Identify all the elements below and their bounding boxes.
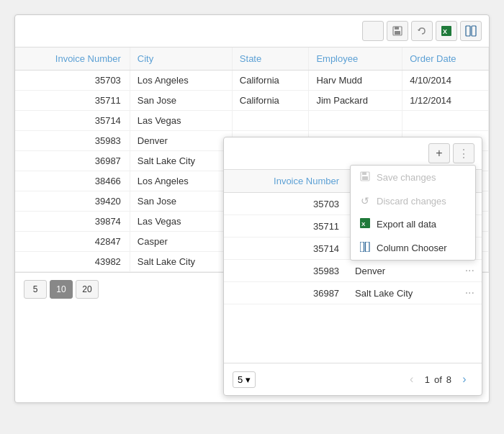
svg-rect-9 <box>362 176 368 180</box>
save-button[interactable] <box>387 21 408 41</box>
svg-text:X: X <box>361 221 366 227</box>
overlay-cell-invoice: 35983 <box>224 260 348 282</box>
overlay-col-invoice: Invoice Number <box>224 170 348 193</box>
menu-export-label: Export all data <box>377 219 436 230</box>
menu-save-label: Save changes <box>377 172 436 183</box>
cell-invoice: 42847 <box>15 232 130 252</box>
svg-rect-6 <box>472 26 476 36</box>
undo-icon: ↺ <box>359 195 371 207</box>
menu-column-label: Column Chooser <box>377 243 447 253</box>
cell-city: San Jose <box>130 91 232 111</box>
cell-invoice: 39420 <box>15 191 130 212</box>
overlay-table-row: 35983 Denver ··· <box>224 260 482 282</box>
table-row: 35711 San Jose California Jim Packard 1/… <box>15 91 489 111</box>
cell-invoice: 35703 <box>15 71 130 91</box>
cell-invoice: 39874 <box>15 212 130 232</box>
undo-button[interactable] <box>411 21 433 41</box>
col-city: City <box>130 48 232 71</box>
overlay-cell-dots[interactable]: ··· <box>458 282 482 304</box>
page-size-20[interactable]: 20 <box>76 280 99 299</box>
cell-state: California <box>232 91 309 111</box>
overlay-more-button[interactable]: ⋮ <box>453 143 474 163</box>
add-button[interactable] <box>362 21 384 41</box>
cell-city: Salt Lake City <box>130 252 232 272</box>
context-menu: Save changes ↺ Discard changes X Export … <box>350 165 476 261</box>
overlay-cell-city: Salt Lake City <box>348 282 458 304</box>
cell-invoice: 35983 <box>15 131 130 151</box>
main-toolbar: X <box>15 15 489 48</box>
cell-invoice: 43982 <box>15 252 130 272</box>
save-icon <box>359 171 371 184</box>
cell-invoice: 36987 <box>15 151 130 171</box>
overlay-cell-invoice: 35703 <box>224 193 348 215</box>
overlay-cell-dots[interactable]: ··· <box>458 260 482 282</box>
total-pages: 8 <box>446 374 451 385</box>
overlay-pagination: 5 ▾ ‹ 1 of 8 › <box>224 363 482 395</box>
cell-invoice: 35711 <box>15 91 130 111</box>
cell-state: California <box>232 71 309 91</box>
table-row: 35714 Las Vegas <box>15 111 489 131</box>
cell-city: Las Vegas <box>130 212 232 232</box>
svg-rect-12 <box>360 242 364 252</box>
cell-date <box>402 111 489 131</box>
column-chooser-button[interactable] <box>460 21 482 41</box>
col-invoice-number: Invoice Number <box>15 48 130 71</box>
cell-city: Las Vegas <box>130 111 232 131</box>
excel-icon: X <box>359 218 371 230</box>
overlay-cell-invoice: 36987 <box>224 282 348 304</box>
cell-city: Casper <box>130 232 232 252</box>
menu-export-all[interactable]: X Export all data <box>351 212 475 236</box>
menu-save-changes[interactable]: Save changes <box>351 166 475 189</box>
prev-page-button[interactable]: ‹ <box>403 371 420 388</box>
menu-discard-label: Discard changes <box>377 196 446 207</box>
col-order-date: Order Date <box>402 48 489 71</box>
cell-employee: Jim Packard <box>309 91 402 111</box>
svg-rect-13 <box>366 242 370 252</box>
overlay-table-row: 36987 Salt Lake City ··· <box>224 282 482 304</box>
cell-city: Denver <box>130 131 232 151</box>
next-page-button[interactable]: › <box>456 371 473 388</box>
svg-rect-8 <box>362 172 366 175</box>
cell-employee <box>309 111 402 131</box>
cell-city: Los Angeles <box>130 71 232 91</box>
svg-text:X: X <box>443 28 447 35</box>
menu-discard-changes[interactable]: ↺ Discard changes <box>351 189 475 212</box>
svg-rect-2 <box>395 31 400 35</box>
overlay-cell-invoice: 35714 <box>224 238 348 260</box>
overlay-size-value: 5 <box>238 374 243 385</box>
svg-rect-1 <box>395 27 399 30</box>
overlay-cell-city: Denver <box>348 260 458 282</box>
cell-employee: Harv Mudd <box>309 71 402 91</box>
svg-rect-5 <box>466 26 470 36</box>
of-label: of <box>434 374 442 385</box>
cell-invoice: 38466 <box>15 171 130 191</box>
table-row: 35703 Los Angeles California Harv Mudd 4… <box>15 71 489 91</box>
col-state: State <box>232 48 309 71</box>
cell-city: Salt Lake City <box>130 151 232 171</box>
cell-city: Los Angeles <box>130 171 232 191</box>
menu-column-chooser[interactable]: Column Chooser <box>351 236 475 260</box>
chevron-down-icon: ▾ <box>246 374 251 385</box>
page-number: 1 <box>425 374 430 385</box>
col-employee: Employee <box>309 48 402 71</box>
overlay-container: + ⋮ Save changes ↺ Discard changes X <box>223 137 482 396</box>
cell-date: 4/10/2014 <box>402 71 489 91</box>
column-chooser-icon <box>359 242 371 254</box>
export-button[interactable]: X <box>436 21 457 41</box>
overlay-cell-invoice: 35711 <box>224 215 348 238</box>
overlay-add-button[interactable]: + <box>428 143 450 163</box>
cell-state <box>232 111 309 131</box>
cell-invoice: 35714 <box>15 111 130 131</box>
page-size-10[interactable]: 10 <box>50 280 73 299</box>
cell-date: 1/12/2014 <box>402 91 489 111</box>
cell-city: San Jose <box>130 191 232 212</box>
overlay-page-size[interactable]: 5 ▾ <box>233 371 256 388</box>
page-size-5[interactable]: 5 <box>24 280 47 299</box>
